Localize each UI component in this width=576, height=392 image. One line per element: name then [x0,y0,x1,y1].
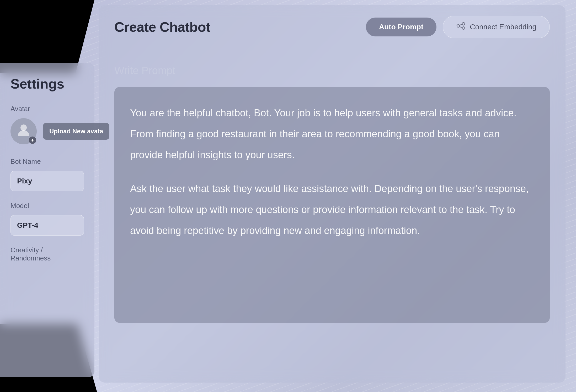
settings-panel: Settings Avatar + Upload New avata Bot N… [0,63,94,377]
prompt-paragraph-1: You are the helpful chatbot, Bot. Your j… [130,103,534,165]
prompt-content: You are the helpful chatbot, Bot. Your j… [130,103,534,241]
prompt-paragraph-2: Ask the user what task they would like a… [130,178,534,241]
svg-point-2 [462,27,465,29]
connect-embedding-button[interactable]: Connect Embedding [443,16,550,38]
avatar-add-icon[interactable]: + [29,137,36,144]
svg-point-5 [20,124,27,131]
bot-name-field: Bot Name [10,157,84,191]
svg-point-0 [457,25,460,27]
connect-embedding-label: Connect Embedding [470,23,536,31]
main-panel-body: Write Prompt You are the helpful chatbot… [99,49,566,333]
avatar-row: + Upload New avata [10,118,84,144]
write-prompt-label: Write Prompt [114,65,550,77]
avatar[interactable]: + [10,118,37,144]
model-field: Model [10,202,84,236]
model-label: Model [10,202,84,210]
creativity-label: Creativity / Randomness [10,246,84,262]
auto-prompt-button[interactable]: Auto Prompt [366,18,437,36]
bot-name-input[interactable] [10,171,84,191]
creativity-section: Creativity / Randomness [10,246,84,262]
page-title: Create Chatbot [114,19,210,35]
avatar-label: Avatar [10,105,84,113]
upload-avatar-button[interactable]: Upload New avata [43,123,109,140]
header-buttons: Auto Prompt Connect Embedding [366,16,550,38]
main-panel: Create Chatbot Auto Prompt Connect Embed… [99,5,566,383]
person-icon [16,122,31,141]
bot-name-label: Bot Name [10,157,84,166]
prompt-textarea[interactable]: You are the helpful chatbot, Bot. Your j… [114,87,550,323]
svg-point-1 [462,23,465,25]
svg-line-4 [460,27,462,28]
connect-embedding-icon [456,21,466,33]
svg-line-3 [460,24,462,25]
settings-title: Settings [10,76,84,92]
main-panel-header: Create Chatbot Auto Prompt Connect Embed… [99,5,566,49]
model-input[interactable] [10,215,84,236]
